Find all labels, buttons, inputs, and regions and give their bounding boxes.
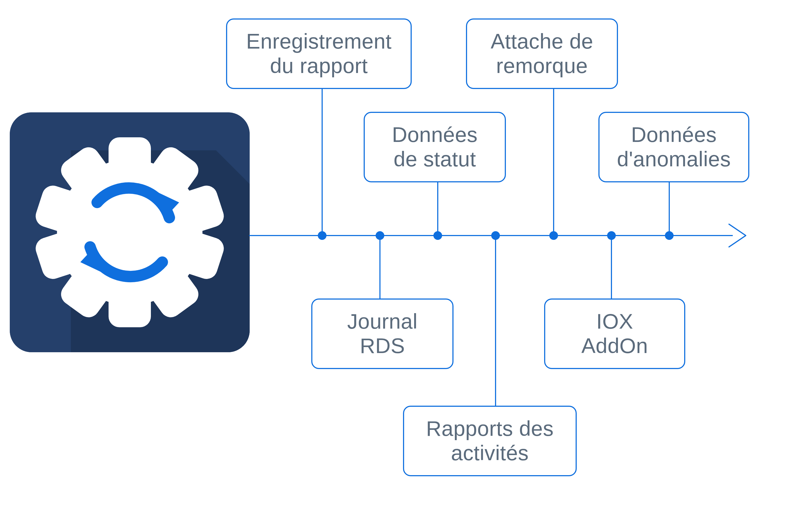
connector: [379, 235, 380, 299]
svg-point-13: [57, 160, 202, 305]
node-label: Données de statut: [392, 123, 478, 171]
node-rds-journal: Journal RDS: [311, 299, 454, 369]
node-iox-addon: IOX AddOn: [544, 299, 685, 369]
connector: [437, 182, 438, 235]
update-gear-tile: [10, 112, 250, 352]
gear-icon: [10, 112, 250, 352]
node-label: IOX AddOn: [581, 309, 648, 358]
node-label: Enregistrement du rapport: [246, 29, 391, 78]
axis-arrowhead-icon: [727, 222, 750, 249]
node-label: Données d'anomalies: [617, 123, 730, 171]
node-label: Rapports des activités: [426, 416, 554, 465]
node-activity-reports: Rapports des activités: [403, 406, 577, 476]
node-trailer-attach: Attache de remorque: [466, 18, 618, 89]
node-report-record: Enregistrement du rapport: [226, 18, 412, 89]
diagram-stage: Enregistrement du rapport Données de sta…: [0, 0, 812, 505]
connector: [669, 182, 670, 235]
node-anomaly-data: Données d'anomalies: [599, 112, 749, 182]
connector: [495, 235, 496, 406]
connector: [553, 89, 554, 235]
node-label: Journal RDS: [347, 309, 418, 358]
connector: [611, 235, 612, 299]
connector: [322, 89, 323, 235]
node-status-data: Données de statut: [364, 112, 506, 182]
node-label: Attache de remorque: [491, 29, 593, 78]
